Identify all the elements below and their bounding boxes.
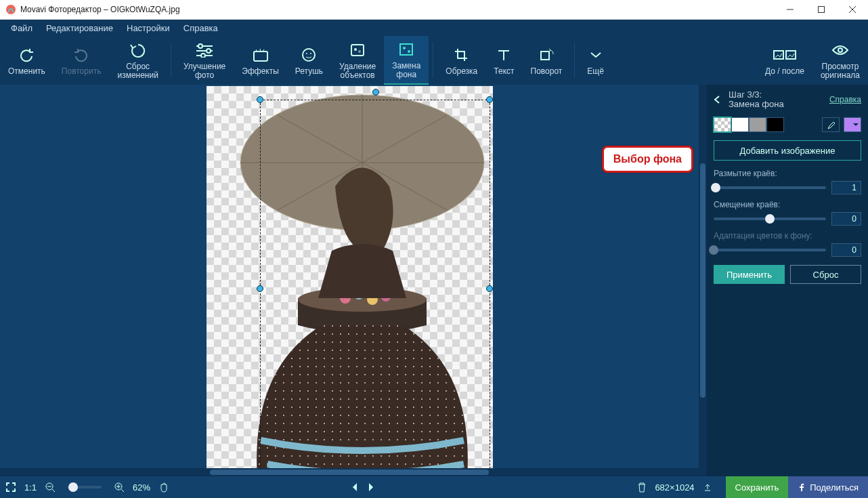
reset-button[interactable]: Сброс bbox=[790, 265, 861, 284]
panel-title: Замена фона bbox=[729, 100, 829, 109]
before-after-label: До / после bbox=[765, 67, 804, 76]
background-icon bbox=[398, 40, 414, 59]
svg-rect-21 bbox=[541, 51, 549, 60]
pan-hand-button[interactable] bbox=[158, 482, 169, 493]
resize-handle-w[interactable] bbox=[257, 285, 263, 292]
color-picker-button[interactable] bbox=[844, 117, 861, 132]
redo-button[interactable]: Повторить bbox=[53, 36, 110, 85]
original-label: Просмотр оригинала bbox=[821, 62, 860, 80]
background-label: Замена фона bbox=[392, 62, 420, 79]
separator bbox=[574, 43, 575, 78]
swatch-black[interactable] bbox=[766, 117, 784, 132]
zoom-in-button[interactable] bbox=[114, 482, 125, 493]
vertical-scrollbar[interactable] bbox=[699, 85, 707, 476]
svg-rect-2 bbox=[819, 7, 825, 13]
retouch-button[interactable]: Ретушь bbox=[287, 36, 331, 85]
edge-blur-value[interactable]: 1 bbox=[831, 181, 861, 194]
canvas-area[interactable]: Выбор фона bbox=[0, 85, 707, 476]
svg-rect-15 bbox=[351, 45, 364, 56]
enhance-label: Улучшение фото bbox=[183, 62, 225, 80]
menu-file[interactable]: Файл bbox=[4, 21, 39, 35]
panel-header: Шаг 3/3: Замена фона Справка bbox=[707, 85, 868, 113]
share-button[interactable]: Поделиться bbox=[788, 476, 868, 498]
panel-help-link[interactable]: Справка bbox=[829, 95, 861, 104]
reset-icon bbox=[129, 41, 147, 60]
next-image-button[interactable] bbox=[366, 482, 376, 493]
eye-icon bbox=[831, 41, 849, 60]
text-icon bbox=[496, 45, 512, 64]
export-icon[interactable] bbox=[703, 482, 712, 492]
resize-handle-n[interactable] bbox=[372, 89, 379, 96]
text-button[interactable]: Текст bbox=[485, 36, 522, 85]
change-background-button[interactable]: Замена фона bbox=[384, 36, 429, 85]
zoom-slider[interactable] bbox=[68, 486, 102, 489]
selection-marquee[interactable] bbox=[260, 100, 490, 476]
color-adapt-label: Адаптация цветов к фону: bbox=[714, 231, 861, 241]
bottom-bar: 1:1 62% 682×1024 Сохранить Поделиться bbox=[0, 476, 868, 498]
undo-button[interactable]: Отменить bbox=[0, 36, 53, 85]
color-adapt-slider bbox=[714, 249, 826, 251]
effects-button[interactable]: Эффекты bbox=[234, 36, 287, 85]
rotate-icon bbox=[538, 45, 555, 64]
edge-blur-slider[interactable] bbox=[714, 186, 826, 189]
rotate-button[interactable]: Поворот bbox=[523, 36, 571, 85]
before-after-button[interactable]: До / после bbox=[757, 36, 812, 85]
reset-changes-button[interactable]: Сброс изменений bbox=[109, 36, 166, 85]
swatch-white[interactable] bbox=[731, 117, 749, 132]
menu-help[interactable]: Справка bbox=[177, 21, 225, 35]
crop-icon bbox=[454, 45, 470, 64]
enhance-button[interactable]: Улучшение фото bbox=[175, 36, 234, 85]
save-button[interactable]: Сохранить bbox=[726, 476, 789, 498]
text-label: Текст bbox=[494, 67, 514, 76]
crop-button[interactable]: Обрезка bbox=[437, 36, 485, 85]
menu-settings[interactable]: Настройки bbox=[120, 21, 177, 35]
maximize-button[interactable] bbox=[806, 0, 837, 19]
fullscreen-button[interactable] bbox=[5, 482, 16, 493]
view-original-button[interactable]: Просмотр оригинала bbox=[812, 36, 868, 85]
undo-icon bbox=[18, 45, 35, 64]
edge-offset-slider[interactable] bbox=[714, 217, 826, 220]
remove-objects-button[interactable]: Удаление объектов bbox=[331, 36, 384, 85]
prev-image-button[interactable] bbox=[350, 482, 360, 493]
resize-handle-ne[interactable] bbox=[486, 96, 493, 103]
svg-point-8 bbox=[198, 44, 202, 48]
swatch-gray[interactable] bbox=[749, 117, 766, 132]
main-area: Выбор фона Шаг 3/3: Замена фона Справка … bbox=[0, 85, 868, 476]
svg-rect-23 bbox=[786, 51, 796, 59]
more-button[interactable]: Ещё bbox=[579, 36, 612, 85]
svg-point-13 bbox=[306, 53, 307, 54]
annotation-callout: Выбор фона bbox=[602, 146, 693, 173]
panel-step: Шаг 3/3: bbox=[729, 90, 829, 100]
swatch-transparent[interactable] bbox=[714, 117, 731, 132]
delete-button[interactable] bbox=[637, 482, 647, 493]
apply-button[interactable]: Применить bbox=[714, 265, 785, 284]
resize-handle-nw[interactable] bbox=[257, 96, 263, 103]
color-adapt-value: 0 bbox=[831, 243, 861, 257]
rotate-label: Поворот bbox=[531, 67, 563, 76]
add-image-button[interactable]: Добавить изображение bbox=[714, 140, 861, 161]
edge-blur-section: Размытие краёв: 1 bbox=[707, 165, 868, 196]
svg-point-9 bbox=[207, 49, 211, 53]
menu-edit[interactable]: Редактирование bbox=[39, 21, 120, 35]
share-label: Поделиться bbox=[810, 482, 859, 493]
effects-label: Эффекты bbox=[242, 67, 279, 76]
edge-offset-value[interactable]: 0 bbox=[831, 212, 861, 226]
redo-label: Повторить bbox=[62, 67, 102, 76]
minimize-button[interactable] bbox=[775, 0, 806, 19]
horizontal-scrollbar[interactable] bbox=[0, 468, 699, 476]
svg-point-10 bbox=[201, 54, 205, 58]
separator bbox=[171, 43, 171, 78]
status-bar: 1:1 62% 682×1024 bbox=[0, 476, 726, 498]
back-arrow-icon[interactable] bbox=[712, 95, 723, 104]
color-adapt-section: Адаптация цветов к фону: 0 bbox=[707, 227, 868, 258]
remove-label: Удаление объектов bbox=[339, 62, 376, 80]
resize-handle-e[interactable] bbox=[486, 285, 493, 292]
svg-point-14 bbox=[310, 53, 311, 54]
zoom-out-button[interactable] bbox=[45, 482, 56, 493]
close-button[interactable] bbox=[837, 0, 868, 19]
eyedropper-button[interactable] bbox=[822, 117, 840, 132]
svg-point-24 bbox=[838, 48, 842, 52]
fit-label[interactable]: 1:1 bbox=[24, 482, 37, 493]
image-dimensions: 682×1024 bbox=[655, 482, 694, 493]
svg-point-17 bbox=[358, 50, 361, 53]
